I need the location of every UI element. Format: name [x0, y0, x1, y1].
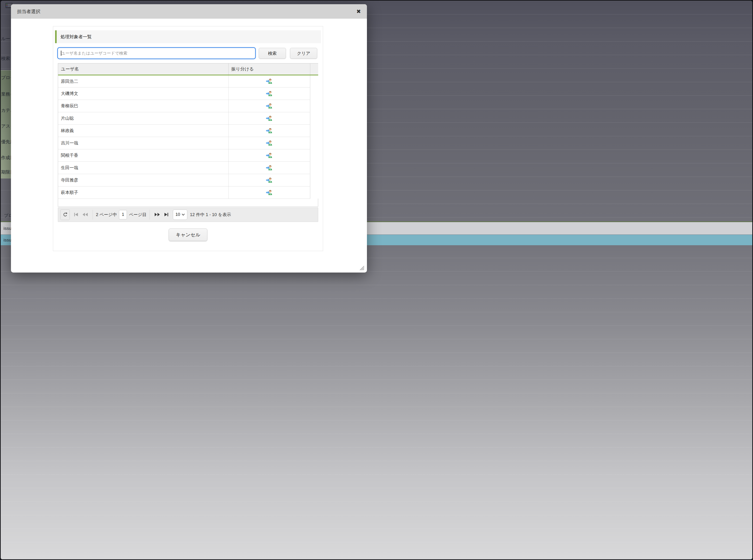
last-page-icon [163, 213, 169, 217]
user-name-cell: 林政義 [58, 124, 228, 137]
assign-user-icon [266, 177, 272, 183]
assign-cell [228, 137, 310, 149]
assign-user-icon [266, 127, 272, 134]
column-header-assign[interactable]: 振り分ける [228, 63, 310, 75]
close-icon[interactable]: ✖ [357, 9, 361, 14]
column-header-spacer [310, 63, 318, 75]
column-header-username[interactable]: ユーザ名 [58, 63, 228, 75]
table-row: 関根千香 [58, 149, 318, 161]
text-caret [61, 51, 61, 56]
table-row: 生田一哉 [58, 161, 318, 174]
table-row: 寺田雅彦 [58, 174, 318, 186]
user-name-cell: 萩本順子 [58, 186, 228, 199]
spacer-cell [310, 75, 318, 87]
resize-handle-icon[interactable] [359, 265, 365, 271]
background-form-label: 検索 [1, 56, 12, 61]
background-form-label: 優先度 [1, 139, 12, 144]
assign-cell [228, 112, 310, 124]
grid-header-row: ユーザ名 振り分ける [58, 63, 318, 75]
assign-user-icon [266, 164, 272, 171]
last-page-button[interactable] [163, 213, 169, 217]
assign-cell [228, 75, 310, 87]
background-form-label: ルー [1, 36, 12, 41]
user-name-cell: 関根千香 [58, 149, 228, 161]
user-name-cell: 大磯博文 [58, 87, 228, 100]
assign-cell [228, 87, 310, 100]
spacer-cell [310, 149, 318, 161]
assign-user-icon [266, 115, 272, 122]
next-page-icon [155, 213, 160, 217]
page-size-select[interactable]: 10 [173, 209, 187, 220]
table-row: 片山聡 [58, 112, 318, 124]
current-page-input[interactable] [119, 210, 127, 219]
assign-cell [228, 174, 310, 186]
pager-summary: 12 件中 1 - 10 を表示 [190, 212, 231, 218]
first-page-button[interactable] [74, 213, 79, 217]
spacer-cell [310, 174, 318, 186]
dialog-titlebar[interactable]: 担当者選択 ✖ [11, 4, 367, 19]
background-form-label: 期限日 [1, 169, 12, 175]
refresh-button[interactable] [60, 209, 70, 220]
table-row: 吉川一哉 [58, 137, 318, 149]
next-page-button[interactable] [155, 213, 160, 217]
user-name-cell: 生田一哉 [58, 161, 228, 174]
user-name-cell: 片山聡 [58, 112, 228, 124]
spacer-cell [310, 161, 318, 174]
background-form-label: アスク [1, 123, 12, 129]
assign-user-icon [266, 103, 272, 109]
user-table-body: 原田浩二 [58, 75, 318, 199]
pager-divider [149, 210, 150, 220]
background-form-label: 作成日 [1, 155, 12, 160]
assign-cell [228, 186, 310, 199]
assign-cell [228, 149, 310, 161]
assign-user-button[interactable] [266, 78, 272, 84]
spacer-cell [310, 100, 318, 112]
refresh-icon [62, 212, 68, 217]
target-users-panel: 処理対象者一覧 検索 クリア ユーザ名 振り分ける [53, 26, 323, 251]
assign-user-button[interactable] [266, 115, 272, 122]
user-search-input[interactable] [58, 48, 255, 59]
assignee-select-dialog: 担当者選択 ✖ 処理対象者一覧 検索 クリア ユーザ名 [11, 4, 367, 273]
assign-user-button[interactable] [266, 189, 272, 196]
spacer-cell [310, 112, 318, 124]
spacer-cell [310, 124, 318, 137]
clear-button[interactable]: クリア [290, 48, 317, 59]
assign-user-icon [266, 90, 272, 97]
user-grid: ユーザ名 振り分ける 原田浩二 [58, 63, 318, 207]
pager-bar: 2 ページ中 ページ目 10 [58, 207, 318, 222]
page-size-value: 10 [176, 212, 180, 217]
assign-cell [228, 161, 310, 174]
assign-user-button[interactable] [266, 152, 272, 159]
table-row: 原田浩二 [58, 75, 318, 87]
spacer-cell [310, 186, 318, 199]
assign-user-button[interactable] [266, 103, 272, 109]
table-row: 大磯博文 [58, 87, 318, 100]
background-form-label: カテニ [1, 107, 12, 113]
assign-user-button[interactable] [266, 90, 272, 97]
search-button[interactable]: 検索 [259, 48, 286, 59]
chevron-down-icon [182, 214, 185, 216]
pager-divider [93, 210, 93, 220]
assign-user-icon [266, 140, 272, 146]
assign-user-icon [266, 78, 272, 84]
assign-user-button[interactable] [266, 164, 272, 171]
spacer-cell [310, 87, 318, 100]
table-row: 林政義 [58, 124, 318, 137]
page-suffix-label: ページ目 [129, 212, 146, 218]
search-row: 検索 クリア [58, 47, 318, 59]
assign-user-icon [266, 152, 272, 159]
assign-user-icon [266, 189, 272, 196]
prev-page-icon [82, 213, 88, 217]
assign-user-button[interactable] [266, 127, 272, 134]
assign-cell [228, 100, 310, 112]
first-page-icon [74, 213, 79, 217]
grid-empty-space [58, 199, 318, 206]
dialog-title: 担当者選択 [17, 8, 40, 15]
screen-frame: ルー検索プロセ業務キカテニアスク優先度作成日期限日 プロ issu issu 担… [0, 0, 376, 280]
prev-page-button[interactable] [82, 213, 88, 217]
panel-caption: 処理対象者一覧 [55, 30, 321, 43]
cancel-button[interactable]: キャンセル [169, 228, 208, 241]
assign-user-button[interactable] [266, 140, 272, 146]
assign-user-button[interactable] [266, 177, 272, 183]
cancel-row: キャンセル [55, 222, 321, 241]
